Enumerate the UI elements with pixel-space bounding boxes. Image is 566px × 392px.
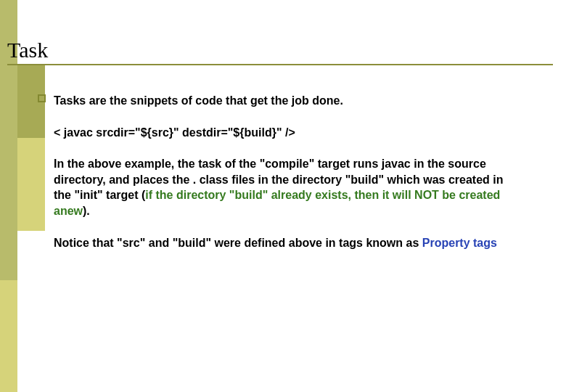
text-run: ). [83,205,90,217]
title-area: Task [7,38,559,65]
paragraph-explain: In the above example, the task of the "c… [54,156,518,219]
swatch-left-bottom [0,280,17,392]
page-title: Task [7,38,559,64]
content-body: Tasks are the snippets of code that get … [54,93,518,266]
title-underline [7,64,553,65]
paragraph-notice: Notice that "src" and "build" were defin… [54,235,518,251]
slide: Task Tasks are the snippets of code that… [0,0,566,392]
bullet-square-icon [38,94,46,102]
swatch-right-bottom [17,138,45,231]
paragraph-code: < javac srcdir="${src}" destdir="${build… [54,125,518,141]
text-run: Notice that "src" and "build" were defin… [54,237,422,249]
paragraph-intro: Tasks are the snippets of code that get … [54,93,518,109]
property-tags-reference: Property tags [422,237,497,249]
